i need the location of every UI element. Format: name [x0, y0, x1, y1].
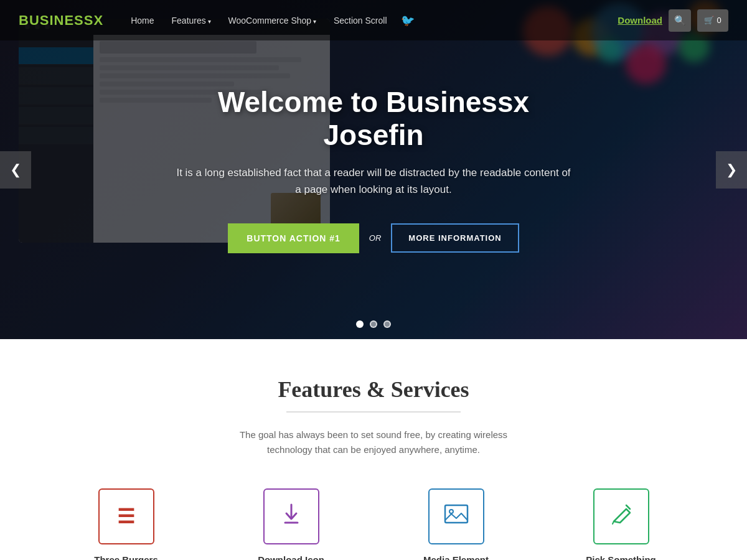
cart-icon: 🛒	[704, 16, 714, 25]
carousel-dot-3[interactable]	[383, 320, 391, 328]
action-button[interactable]: BUTTON ACTION #1	[228, 223, 359, 253]
nav-shop[interactable]: WooCommerce Shop	[220, 9, 325, 32]
chevron-right-icon: ❯	[726, 162, 737, 178]
hero-section: Welcome to Businessx Josefin It is a lon…	[0, 0, 747, 339]
download-feature-icon	[279, 502, 304, 531]
carousel-next-button[interactable]: ❯	[716, 151, 747, 189]
features-grid: ☰ Three Burgers Download Icon	[50, 488, 697, 560]
more-info-button[interactable]: MORE INFORMATION	[391, 223, 519, 253]
svg-rect-2	[445, 505, 467, 523]
burgers-label: Three Burgers	[94, 554, 158, 560]
download-label: Download Icon	[258, 554, 324, 560]
nav-links: Home Features WooCommerce Shop Section S…	[122, 9, 618, 32]
features-title: Features & Services	[50, 376, 697, 403]
pick-icon	[609, 502, 634, 532]
features-section: Features & Services The goal has always …	[0, 339, 747, 560]
hero-subtitle: It is a long established fact that a rea…	[174, 164, 573, 198]
svg-point-3	[449, 510, 453, 513]
feature-item-media: Media Element	[400, 488, 512, 560]
burgers-icon: ☰	[117, 506, 135, 526]
navbar-right: Download 🔍 🛒 0	[618, 9, 728, 32]
carousel-dot-1[interactable]	[356, 320, 364, 328]
feature-item-burgers: ☰ Three Burgers	[70, 488, 182, 560]
navbar: BUSINESSX Home Features WooCommerce Shop…	[0, 0, 747, 40]
nav-section-scroll[interactable]: Section Scroll	[325, 9, 396, 32]
cart-button[interactable]: 🛒 0	[697, 9, 728, 32]
carousel-dot-2[interactable]	[370, 320, 377, 328]
brand-logo[interactable]: BUSINESSX	[19, 12, 103, 29]
features-divider	[286, 411, 461, 413]
nav-home[interactable]: Home	[122, 9, 162, 32]
svg-line-5	[613, 521, 614, 524]
media-icon-box	[428, 488, 484, 544]
svg-line-4	[626, 505, 630, 509]
or-label: OR	[369, 233, 382, 243]
burgers-icon-box: ☰	[98, 488, 154, 544]
pick-label: Pick Something	[586, 554, 656, 560]
feature-item-pick: Pick Something	[565, 488, 677, 560]
search-icon: 🔍	[674, 15, 686, 26]
hero-content: Welcome to Businessx Josefin It is a lon…	[162, 86, 585, 253]
features-subtitle: The goal has always been to set sound fr…	[230, 427, 517, 457]
download-icon-box	[263, 488, 319, 544]
search-button[interactable]: 🔍	[669, 9, 691, 32]
hero-title: Welcome to Businessx Josefin	[174, 86, 573, 152]
cart-count: 0	[716, 16, 721, 25]
carousel-prev-button[interactable]: ❮	[0, 151, 31, 189]
feature-item-download: Download Icon	[235, 488, 347, 560]
download-link[interactable]: Download	[618, 15, 662, 26]
hero-buttons: BUTTON ACTION #1 OR MORE INFORMATION	[174, 223, 573, 253]
chevron-left-icon: ❮	[10, 162, 21, 178]
media-icon	[443, 502, 470, 532]
brand-name-part1: BUSINESS	[19, 12, 93, 28]
pick-icon-box	[593, 488, 649, 544]
carousel-dots	[356, 320, 391, 328]
brand-name-part2: X	[93, 12, 103, 28]
nav-features[interactable]: Features	[163, 9, 220, 32]
media-label: Media Element	[423, 554, 489, 560]
twitter-icon[interactable]: 🐦	[401, 14, 415, 27]
